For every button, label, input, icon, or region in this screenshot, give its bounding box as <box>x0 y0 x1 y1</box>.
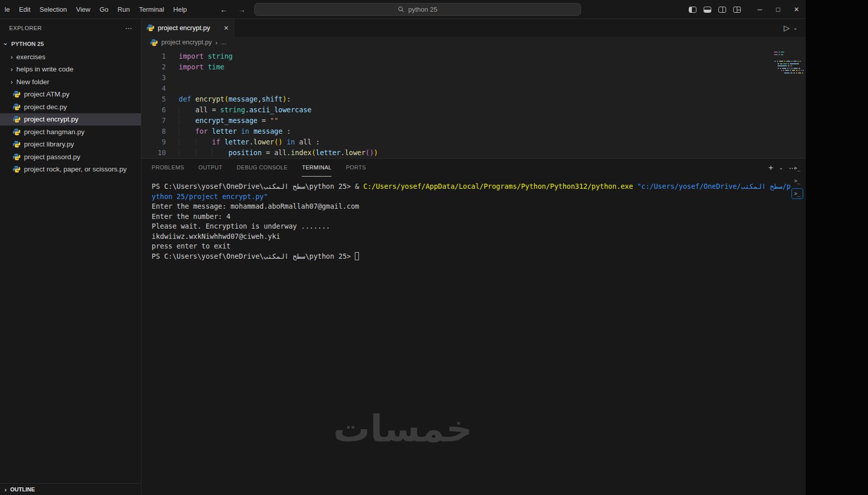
run-dropdown-icon[interactable]: ⌄ <box>793 25 798 31</box>
file-item-project-passord-py[interactable]: project passord.py <box>0 151 141 163</box>
breadcrumb: project encrypt.py › ... <box>141 37 806 48</box>
code-line[interactable]: 3 <box>141 72 806 83</box>
file-item-project-hangman-py[interactable]: project hangman.py <box>0 126 141 138</box>
minimize-button[interactable]: ─ <box>751 0 769 19</box>
minimap[interactable] <box>774 52 804 75</box>
terminal-line: Enter the number: 4 <box>152 212 760 222</box>
tab-label: project encrypt.py <box>158 24 210 32</box>
code-line[interactable]: 10 position = all.index(letter.lower()) <box>141 147 806 158</box>
line-number: 2 <box>141 62 166 72</box>
explorer-sidebar: EXPLORER ⋯ › PYTHON 25 ›exercises›helps … <box>0 19 141 495</box>
layout-grid-icon <box>733 7 741 13</box>
menu-le[interactable]: le <box>0 6 14 13</box>
command-center-search[interactable]: python 25 <box>254 3 581 16</box>
terminal-instance-icon[interactable]: >_ <box>791 176 803 186</box>
tab-project-encrypt-py[interactable]: project encrypt.py ✕ <box>141 19 234 37</box>
code-line[interactable]: 9 if letter.lower() in all : <box>141 137 806 147</box>
menu-terminal[interactable]: Terminal <box>134 6 168 13</box>
explorer-more-actions-icon[interactable]: ⋯ <box>125 24 133 32</box>
terminal-instance-icon[interactable]: >_ <box>791 163 803 174</box>
menu-edit[interactable]: Edit <box>14 6 35 13</box>
vscode-window: leEditSelectionViewGoRunTerminalHelp ← →… <box>0 0 806 495</box>
toggle-panel-button[interactable] <box>700 0 715 19</box>
outline-section-header[interactable]: › OUTLINE <box>0 483 141 495</box>
panel-tab-ports[interactable]: PORTS <box>346 159 366 177</box>
item-label: project rock, paper, or scissors.py <box>24 165 127 173</box>
workspace-section-header[interactable]: › PYTHON 25 <box>0 37 141 51</box>
terminal-output[interactable]: PS C:\Users\yosef\OneDrive\سطح المكتب\py… <box>141 177 806 261</box>
menu-selection[interactable]: Selection <box>35 6 71 13</box>
file-item-project-dec-py[interactable]: project dec.py <box>0 101 141 113</box>
code-editor[interactable]: 1import string2import time345def encrypt… <box>141 48 806 158</box>
item-label: project dec.py <box>24 103 67 111</box>
code-line[interactable]: 6 all = string.ascii_lowercase <box>141 105 806 115</box>
line-number: 1 <box>141 51 166 62</box>
toggle-primary-sidebar-button[interactable] <box>685 0 700 19</box>
breadcrumb-file[interactable]: project encrypt.py <box>161 39 212 46</box>
python-icon <box>13 153 20 161</box>
chevron-right-icon: › <box>2 486 9 493</box>
search-text: python 25 <box>408 6 437 13</box>
customize-layout-button[interactable] <box>730 0 744 19</box>
sidebar-left-icon <box>689 7 696 13</box>
panel-icon <box>704 7 711 13</box>
new-terminal-button[interactable]: + <box>768 163 774 173</box>
explorer-title: EXPLORER <box>9 25 42 31</box>
python-icon <box>13 140 20 148</box>
menu-view[interactable]: View <box>71 6 95 13</box>
code-text: import string <box>166 51 233 62</box>
folder-item-exercises[interactable]: ›exercises <box>0 51 141 63</box>
panel-tab-terminal[interactable]: TERMINAL <box>302 159 331 177</box>
item-label: helps in write code <box>16 65 74 73</box>
code-line[interactable]: 4 <box>141 83 806 94</box>
menu-go[interactable]: Go <box>95 6 113 13</box>
folder-item-helps-in-write-code[interactable]: ›helps in write code <box>0 63 141 76</box>
line-number: 4 <box>141 83 166 94</box>
file-tree: ›exercises›helps in write code›New folde… <box>0 51 141 176</box>
terminal-line: Enter the message: mohammad.aboRmallah07… <box>152 202 760 212</box>
code-line[interactable]: 7 encrypt_message = "" <box>141 115 806 126</box>
code-line[interactable]: 5def encrypt(message,shift): <box>141 94 806 105</box>
item-label: project library.py <box>24 140 74 148</box>
code-text <box>166 72 179 83</box>
code-text: for letter in message : <box>166 126 291 137</box>
search-icon <box>398 6 404 13</box>
panel-tab-output[interactable]: OUTPUT <box>199 159 223 177</box>
line-number: 7 <box>141 115 166 126</box>
chevron-down-icon: › <box>2 40 10 47</box>
breadcrumb-symbol-more[interactable]: ... <box>221 39 226 46</box>
history-nav: ← → <box>220 5 246 14</box>
run-python-file-button[interactable]: ▷ <box>784 23 790 33</box>
file-item-project-atm-py[interactable]: project ATM.py <box>0 88 141 101</box>
close-button[interactable]: ✕ <box>787 0 806 19</box>
python-icon <box>147 24 154 32</box>
toggle-secondary-sidebar-button[interactable] <box>715 0 730 19</box>
file-item-project-library-py[interactable]: project library.py <box>0 138 141 151</box>
code-text <box>166 83 179 94</box>
terminal-line: ython 25/project encrypt.py" <box>152 192 760 202</box>
line-number: 10 <box>141 147 166 158</box>
menu-run[interactable]: Run <box>113 6 134 13</box>
python-icon <box>13 165 20 173</box>
code-line[interactable]: 8 for letter in message : <box>141 126 806 137</box>
file-item-project-rock-paper-or-scissors-py[interactable]: project rock, paper, or scissors.py <box>0 163 141 176</box>
back-arrow-icon[interactable]: ← <box>220 5 228 14</box>
tab-close-icon[interactable]: ✕ <box>224 24 229 32</box>
folder-item-new-folder[interactable]: ›New folder <box>0 76 141 88</box>
forward-arrow-icon[interactable]: → <box>238 5 246 14</box>
panel-tab-problems[interactable]: PROBLEMS <box>152 159 184 177</box>
bottom-panel: PROBLEMSOUTPUTDEBUG CONSOLETERMINALPORTS… <box>141 158 806 495</box>
panel-tab-debug-console[interactable]: DEBUG CONSOLE <box>237 159 288 177</box>
sidebar-right-icon <box>718 7 726 13</box>
terminal-instance-icon[interactable]: >_ <box>791 188 803 199</box>
terminal-line: Please wait. Encryption is underway ....… <box>152 221 760 232</box>
code-line[interactable]: 2import time <box>141 62 806 72</box>
python-icon <box>13 115 20 123</box>
code-line[interactable]: 1import string <box>141 51 806 62</box>
terminal-instance-list: >_>_>_ <box>791 163 803 199</box>
editor-tabbar: project encrypt.py ✕ ▷ ⌄ <box>141 19 806 37</box>
menu-help[interactable]: Help <box>168 6 191 13</box>
terminal-dropdown-icon[interactable]: ⌄ <box>779 165 783 170</box>
file-item-project-encrypt-py[interactable]: project encrypt.py <box>0 113 141 126</box>
maximize-button[interactable]: □ <box>769 0 787 19</box>
